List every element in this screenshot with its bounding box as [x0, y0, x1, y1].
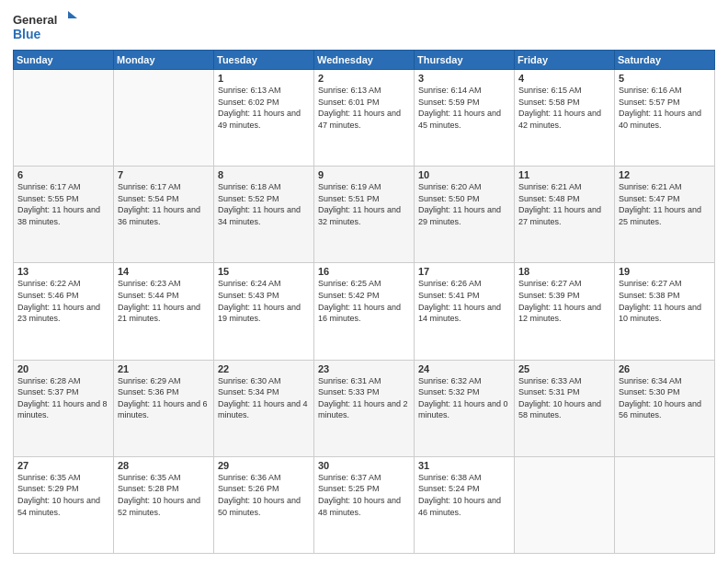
day-number: 15 — [218, 266, 310, 277]
calendar-cell: 20Sunrise: 6:28 AMSunset: 5:37 PMDayligh… — [14, 360, 114, 456]
header: General Blue — [13, 9, 715, 44]
day-number: 30 — [318, 460, 410, 471]
calendar-cell: 9Sunrise: 6:19 AMSunset: 5:51 PMDaylight… — [314, 167, 415, 263]
calendar-page: General Blue SundayMondayTuesdayWednesda… — [0, 0, 728, 563]
calendar-cell — [114, 70, 214, 167]
day-info: Sunrise: 6:30 AMSunset: 5:34 PMDaylight:… — [218, 375, 310, 421]
svg-text:General: General — [13, 13, 57, 27]
calendar-cell: 16Sunrise: 6:25 AMSunset: 5:42 PMDayligh… — [314, 263, 415, 360]
day-number: 27 — [17, 460, 109, 471]
day-number: 25 — [518, 363, 610, 374]
day-info: Sunrise: 6:27 AMSunset: 5:39 PMDaylight:… — [518, 278, 610, 324]
weekday-header-friday: Friday — [515, 51, 615, 70]
day-info: Sunrise: 6:25 AMSunset: 5:42 PMDaylight:… — [318, 278, 410, 324]
day-info: Sunrise: 6:34 AMSunset: 5:30 PMDaylight:… — [619, 375, 711, 421]
day-info: Sunrise: 6:17 AMSunset: 5:55 PMDaylight:… — [17, 181, 109, 227]
calendar-week-5: 27Sunrise: 6:35 AMSunset: 5:29 PMDayligh… — [14, 456, 715, 553]
day-number: 3 — [418, 73, 510, 84]
calendar-cell: 22Sunrise: 6:30 AMSunset: 5:34 PMDayligh… — [214, 360, 314, 456]
svg-text:Blue: Blue — [13, 27, 41, 41]
weekday-header-thursday: Thursday — [415, 51, 515, 70]
day-info: Sunrise: 6:33 AMSunset: 5:31 PMDaylight:… — [518, 375, 610, 421]
day-number: 2 — [318, 73, 410, 84]
day-info: Sunrise: 6:27 AMSunset: 5:38 PMDaylight:… — [619, 278, 711, 324]
day-info: Sunrise: 6:13 AMSunset: 6:02 PMDaylight:… — [218, 85, 310, 131]
day-info: Sunrise: 6:35 AMSunset: 5:29 PMDaylight:… — [17, 472, 109, 518]
calendar-cell: 8Sunrise: 6:18 AMSunset: 5:52 PMDaylight… — [214, 167, 314, 263]
day-number: 8 — [218, 169, 310, 180]
day-info: Sunrise: 6:31 AMSunset: 5:33 PMDaylight:… — [318, 375, 410, 421]
day-number: 4 — [518, 73, 610, 84]
calendar-cell: 17Sunrise: 6:26 AMSunset: 5:41 PMDayligh… — [415, 263, 515, 360]
calendar-cell: 13Sunrise: 6:22 AMSunset: 5:46 PMDayligh… — [14, 263, 114, 360]
day-info: Sunrise: 6:21 AMSunset: 5:47 PMDaylight:… — [619, 181, 711, 227]
day-number: 17 — [418, 266, 510, 277]
day-number: 1 — [218, 73, 310, 84]
calendar-cell: 23Sunrise: 6:31 AMSunset: 5:33 PMDayligh… — [314, 360, 415, 456]
calendar-cell: 25Sunrise: 6:33 AMSunset: 5:31 PMDayligh… — [515, 360, 615, 456]
calendar-cell: 10Sunrise: 6:20 AMSunset: 5:50 PMDayligh… — [415, 167, 515, 263]
day-info: Sunrise: 6:20 AMSunset: 5:50 PMDaylight:… — [418, 181, 510, 227]
day-info: Sunrise: 6:35 AMSunset: 5:28 PMDaylight:… — [118, 472, 210, 518]
day-info: Sunrise: 6:16 AMSunset: 5:57 PMDaylight:… — [619, 85, 711, 131]
calendar-cell: 31Sunrise: 6:38 AMSunset: 5:24 PMDayligh… — [415, 456, 515, 553]
calendar-cell: 19Sunrise: 6:27 AMSunset: 5:38 PMDayligh… — [615, 263, 715, 360]
calendar-table: SundayMondayTuesdayWednesdayThursdayFrid… — [13, 50, 715, 554]
day-number: 7 — [118, 169, 210, 180]
calendar-cell: 24Sunrise: 6:32 AMSunset: 5:32 PMDayligh… — [415, 360, 515, 456]
calendar-cell: 26Sunrise: 6:34 AMSunset: 5:30 PMDayligh… — [615, 360, 715, 456]
day-number: 19 — [619, 266, 711, 277]
day-info: Sunrise: 6:17 AMSunset: 5:54 PMDaylight:… — [118, 181, 210, 227]
day-info: Sunrise: 6:38 AMSunset: 5:24 PMDaylight:… — [418, 472, 510, 518]
day-number: 18 — [518, 266, 610, 277]
svg-marker-1 — [68, 11, 77, 18]
day-info: Sunrise: 6:26 AMSunset: 5:41 PMDaylight:… — [418, 278, 510, 324]
day-number: 9 — [318, 169, 410, 180]
day-number: 22 — [218, 363, 310, 374]
calendar-cell: 21Sunrise: 6:29 AMSunset: 5:36 PMDayligh… — [114, 360, 214, 456]
day-number: 21 — [118, 363, 210, 374]
day-number: 16 — [318, 266, 410, 277]
day-number: 20 — [17, 363, 109, 374]
weekday-header-monday: Monday — [114, 51, 214, 70]
calendar-cell: 2Sunrise: 6:13 AMSunset: 6:01 PMDaylight… — [314, 70, 415, 167]
calendar-cell: 6Sunrise: 6:17 AMSunset: 5:55 PMDaylight… — [14, 167, 114, 263]
day-number: 14 — [118, 266, 210, 277]
day-info: Sunrise: 6:32 AMSunset: 5:32 PMDaylight:… — [418, 375, 510, 421]
weekday-header-wednesday: Wednesday — [314, 51, 415, 70]
day-info: Sunrise: 6:28 AMSunset: 5:37 PMDaylight:… — [17, 375, 109, 421]
calendar-week-1: 1Sunrise: 6:13 AMSunset: 6:02 PMDaylight… — [14, 70, 715, 167]
logo: General Blue — [13, 9, 77, 44]
day-number: 23 — [318, 363, 410, 374]
calendar-cell: 18Sunrise: 6:27 AMSunset: 5:39 PMDayligh… — [515, 263, 615, 360]
day-number: 6 — [17, 169, 109, 180]
day-info: Sunrise: 6:29 AMSunset: 5:36 PMDaylight:… — [118, 375, 210, 421]
day-info: Sunrise: 6:22 AMSunset: 5:46 PMDaylight:… — [17, 278, 109, 324]
day-number: 11 — [518, 169, 610, 180]
logo-svg: General Blue — [13, 9, 77, 44]
calendar-cell: 3Sunrise: 6:14 AMSunset: 5:59 PMDaylight… — [415, 70, 515, 167]
day-info: Sunrise: 6:23 AMSunset: 5:44 PMDaylight:… — [118, 278, 210, 324]
day-info: Sunrise: 6:13 AMSunset: 6:01 PMDaylight:… — [318, 85, 410, 131]
day-info: Sunrise: 6:18 AMSunset: 5:52 PMDaylight:… — [218, 181, 310, 227]
day-info: Sunrise: 6:21 AMSunset: 5:48 PMDaylight:… — [518, 181, 610, 227]
calendar-cell: 7Sunrise: 6:17 AMSunset: 5:54 PMDaylight… — [114, 167, 214, 263]
calendar-week-3: 13Sunrise: 6:22 AMSunset: 5:46 PMDayligh… — [14, 263, 715, 360]
day-number: 26 — [619, 363, 711, 374]
calendar-cell: 1Sunrise: 6:13 AMSunset: 6:02 PMDaylight… — [214, 70, 314, 167]
calendar-week-2: 6Sunrise: 6:17 AMSunset: 5:55 PMDaylight… — [14, 167, 715, 263]
day-number: 31 — [418, 460, 510, 471]
day-number: 12 — [619, 169, 711, 180]
weekday-header-sunday: Sunday — [14, 51, 114, 70]
weekday-header-saturday: Saturday — [615, 51, 715, 70]
calendar-cell — [515, 456, 615, 553]
calendar-cell: 15Sunrise: 6:24 AMSunset: 5:43 PMDayligh… — [214, 263, 314, 360]
calendar-cell: 4Sunrise: 6:15 AMSunset: 5:58 PMDaylight… — [515, 70, 615, 167]
calendar-cell: 30Sunrise: 6:37 AMSunset: 5:25 PMDayligh… — [314, 456, 415, 553]
calendar-body: 1Sunrise: 6:13 AMSunset: 6:02 PMDaylight… — [14, 70, 715, 554]
calendar-cell: 29Sunrise: 6:36 AMSunset: 5:26 PMDayligh… — [214, 456, 314, 553]
day-info: Sunrise: 6:37 AMSunset: 5:25 PMDaylight:… — [318, 472, 410, 518]
calendar-cell: 12Sunrise: 6:21 AMSunset: 5:47 PMDayligh… — [615, 167, 715, 263]
calendar-week-4: 20Sunrise: 6:28 AMSunset: 5:37 PMDayligh… — [14, 360, 715, 456]
calendar-cell: 28Sunrise: 6:35 AMSunset: 5:28 PMDayligh… — [114, 456, 214, 553]
